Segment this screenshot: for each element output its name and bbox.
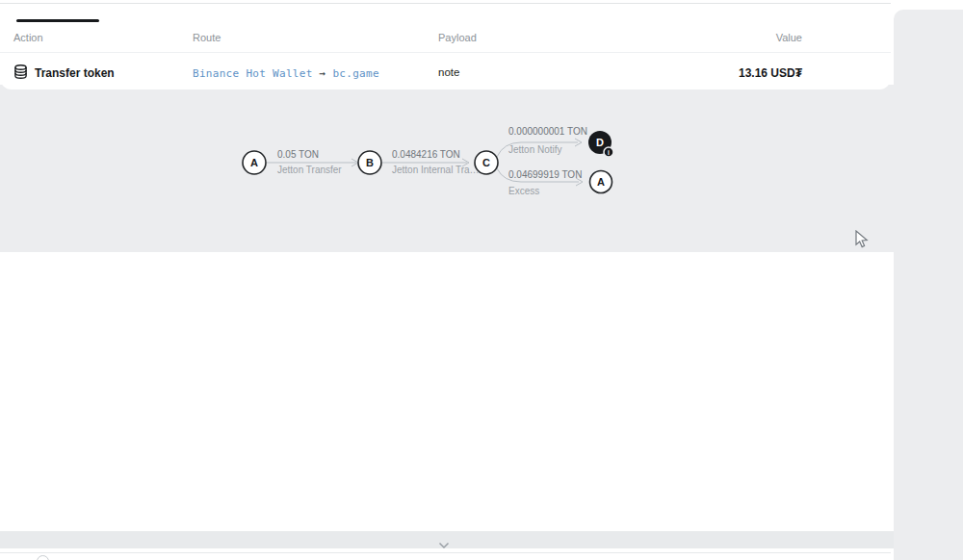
action-type-label: Transfer token	[35, 66, 115, 80]
column-header-payload: Payload	[438, 32, 477, 43]
chevron-down-icon[interactable]	[438, 536, 450, 553]
edge-label: Jetton Transfer	[277, 165, 342, 175]
transaction-page: Action Route Payload Value Transfer toke…	[0, 0, 963, 560]
actions-card: Action Route Payload Value Transfer toke…	[0, 0, 891, 89]
active-tab-indicator[interactable]	[16, 19, 99, 22]
page-background-gutter	[894, 10, 963, 560]
column-header-action: Action	[13, 32, 43, 43]
edge-amount: 0.000000001 TON	[508, 126, 587, 137]
header-row-divider	[0, 52, 891, 53]
payload-cell: note	[438, 66, 459, 78]
node-a2-letter: A	[597, 176, 605, 188]
edge-amount: 0.04699919 TON	[508, 169, 582, 180]
next-address-badge	[37, 555, 49, 560]
route-cell: Binance Hot Wallet → bc.game	[193, 67, 379, 80]
next-card-top-edge	[0, 552, 891, 553]
node-b-letter: B	[366, 157, 374, 168]
node-d-letter: D	[596, 137, 604, 148]
column-header-value: Value	[776, 32, 802, 43]
value-cell: 13.16 USD₮	[739, 66, 802, 80]
column-header-route: Route	[193, 32, 221, 43]
edge-label: Jetton Notify	[508, 144, 562, 155]
edge-label: Excess	[508, 186, 539, 196]
edge-amount: 0.05 TON	[277, 149, 319, 160]
route-from-link[interactable]: Binance Hot Wallet	[193, 67, 313, 80]
mouse-cursor	[855, 230, 870, 253]
node-d-badge-glyph: i	[608, 149, 610, 156]
edge-amount: 0.0484216 TON	[392, 149, 460, 160]
token-coins-icon	[13, 64, 29, 80]
node-a1-letter: A	[250, 157, 258, 168]
route-arrow-icon: →	[320, 67, 326, 80]
edge-label: Jetton Internal Tra…	[392, 165, 480, 175]
internal-message-card	[0, 252, 891, 528]
tabs-divider	[0, 3, 891, 4]
node-c-letter: C	[482, 157, 490, 168]
route-to-link[interactable]: bc.game	[332, 67, 378, 80]
